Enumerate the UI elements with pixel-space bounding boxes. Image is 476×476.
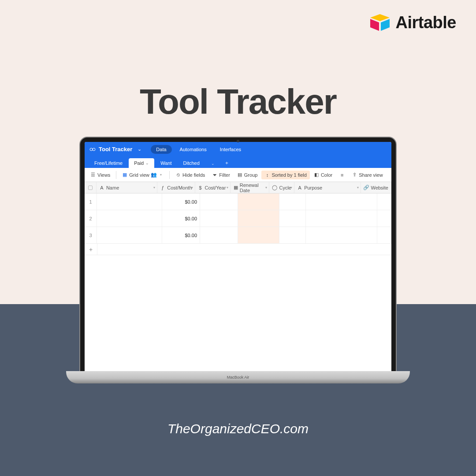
- table-row[interactable]: 3 $0.00: [85, 227, 391, 244]
- cell-name[interactable]: [97, 210, 162, 227]
- row-number: 3: [85, 227, 97, 243]
- calendar-icon: ▦: [233, 185, 238, 190]
- column-header-purpose[interactable]: APurpose▾: [294, 182, 361, 193]
- cell-purpose[interactable]: [306, 227, 377, 243]
- cell-website[interactable]: [377, 210, 391, 227]
- cell-cycle[interactable]: [279, 193, 306, 210]
- laptop-bezel: Tool Tracker ⌄ Data Automations Interfac…: [79, 137, 397, 371]
- color-button[interactable]: ◧Color: [311, 171, 335, 179]
- svg-point-3: [90, 148, 93, 151]
- grid-column-header: AName▾ ƒCost/Month▾ $Cost/Year▾ ▦Renewal…: [85, 182, 391, 193]
- cell-name[interactable]: [97, 227, 162, 243]
- svg-marker-0: [370, 14, 390, 21]
- table-tab-ditched[interactable]: Ditched: [178, 158, 205, 168]
- select-icon: ◯: [272, 185, 277, 190]
- chevron-down-icon: ▾: [357, 186, 359, 190]
- cell-renewal-date[interactable]: [238, 227, 279, 243]
- currency-icon: $: [198, 185, 203, 190]
- people-icon: 👥: [151, 172, 156, 178]
- grid-icon: ▦: [122, 172, 127, 178]
- separator: [169, 171, 170, 179]
- add-table-button[interactable]: ＋: [221, 158, 233, 168]
- hide-fields-button[interactable]: ⦸Hide fields: [172, 171, 208, 179]
- brand-badge: Airtable: [369, 13, 456, 32]
- base-name[interactable]: Tool Tracker: [99, 146, 132, 152]
- link-icon: 🔗: [364, 185, 369, 190]
- laptop-base: MacBook Air: [66, 371, 410, 383]
- chevron-down-icon: ▾: [265, 186, 267, 190]
- group-button[interactable]: ▤Group: [234, 171, 261, 179]
- row-number: 1: [85, 193, 97, 210]
- brand-name: Airtable: [396, 13, 456, 32]
- cell-cost-month[interactable]: $0.00: [162, 227, 200, 243]
- cell-cycle[interactable]: [279, 227, 306, 243]
- airtable-header: Tool Tracker ⌄ Data Automations Interfac…: [85, 142, 391, 156]
- cell-renewal-date[interactable]: [238, 210, 279, 227]
- laptop-mockup: Tool Tracker ⌄ Data Automations Interfac…: [79, 137, 397, 383]
- footer-url: TheOrganizedCEO.com: [0, 421, 476, 436]
- column-header-name[interactable]: AName▾: [97, 182, 157, 193]
- text-icon: A: [297, 185, 302, 190]
- chevron-down-icon: ▾: [191, 186, 193, 190]
- nav-tab-automations[interactable]: Automations: [175, 145, 212, 154]
- cell-purpose[interactable]: [306, 193, 377, 210]
- cell-website[interactable]: [377, 193, 391, 210]
- cell-cost-year[interactable]: [200, 227, 238, 243]
- paint-icon: ◧: [314, 172, 319, 178]
- view-toolbar: ☰Views ▦Grid view👥▾ ⦸Hide fields ⏷Filter…: [85, 168, 391, 182]
- cell-renewal-date[interactable]: [238, 193, 279, 210]
- grid-view-button[interactable]: ▦Grid view👥▾: [119, 171, 167, 179]
- chevron-down-icon: ▾: [290, 186, 292, 190]
- add-row-button[interactable]: +: [85, 244, 97, 255]
- chevron-down-icon: ▾: [227, 186, 228, 190]
- row-number: 2: [85, 210, 97, 227]
- column-header-renewal-date[interactable]: ▦Renewal Date▾: [231, 182, 269, 193]
- table-row[interactable]: 2 $0.00: [85, 210, 391, 227]
- views-button[interactable]: ☰Views: [87, 171, 113, 179]
- column-header-cost-month[interactable]: ƒCost/Month▾: [157, 182, 195, 193]
- svg-point-4: [93, 148, 95, 151]
- row-height-icon: ≡: [339, 172, 345, 178]
- select-all-checkbox[interactable]: [85, 182, 97, 193]
- eye-off-icon: ⦸: [175, 172, 181, 178]
- nav-tab-interfaces[interactable]: Interfaces: [215, 145, 246, 154]
- sort-button[interactable]: ↕Sorted by 1 field: [261, 171, 310, 179]
- table-tab-want[interactable]: Want: [155, 158, 177, 168]
- chevron-down-icon[interactable]: ⌄: [137, 147, 142, 152]
- filter-icon: ⏷: [212, 172, 217, 178]
- laptop-camera: [237, 140, 239, 142]
- menu-icon: ☰: [90, 172, 96, 178]
- cell-cost-year[interactable]: [200, 193, 238, 210]
- row-height-button[interactable]: ≡: [336, 171, 348, 179]
- column-header-cycle[interactable]: ◯Cycle▾: [269, 182, 294, 193]
- table-tab-more[interactable]: ⌄: [206, 159, 220, 168]
- cell-website[interactable]: [377, 227, 391, 243]
- cell-cost-month[interactable]: $0.00: [162, 210, 200, 227]
- share-view-button[interactable]: ⇪Share view: [349, 171, 386, 179]
- table-tab-free-lifetime[interactable]: Free/Lifetime: [89, 158, 128, 168]
- table-tab-paid[interactable]: Paid⌄: [129, 158, 154, 168]
- base-icon: [89, 146, 96, 153]
- cell-purpose[interactable]: [306, 210, 377, 227]
- page-title: Tool Tracker: [0, 82, 476, 122]
- nav-tab-data[interactable]: Data: [151, 145, 171, 154]
- cell-cost-year[interactable]: [200, 210, 238, 227]
- column-header-website[interactable]: 🔗Website: [361, 182, 391, 193]
- svg-marker-1: [370, 19, 379, 31]
- chevron-down-icon: ▾: [153, 186, 155, 190]
- filter-button[interactable]: ⏷Filter: [209, 171, 233, 179]
- svg-marker-2: [381, 19, 390, 31]
- airtable-logo-icon: [369, 14, 390, 32]
- laptop-screen: Tool Tracker ⌄ Data Automations Interfac…: [85, 142, 391, 371]
- separator: [116, 171, 116, 179]
- column-header-cost-year[interactable]: $Cost/Year▾: [195, 182, 231, 193]
- formula-icon: ƒ: [160, 185, 165, 190]
- cell-cycle[interactable]: [279, 210, 306, 227]
- text-icon: A: [99, 185, 104, 190]
- chevron-down-icon: ⌄: [145, 161, 149, 165]
- cell-name[interactable]: [97, 193, 162, 210]
- group-icon: ▤: [237, 172, 242, 178]
- table-row[interactable]: 1 $0.00: [85, 193, 391, 210]
- share-icon: ⇪: [352, 172, 357, 178]
- cell-cost-month[interactable]: $0.00: [162, 193, 200, 210]
